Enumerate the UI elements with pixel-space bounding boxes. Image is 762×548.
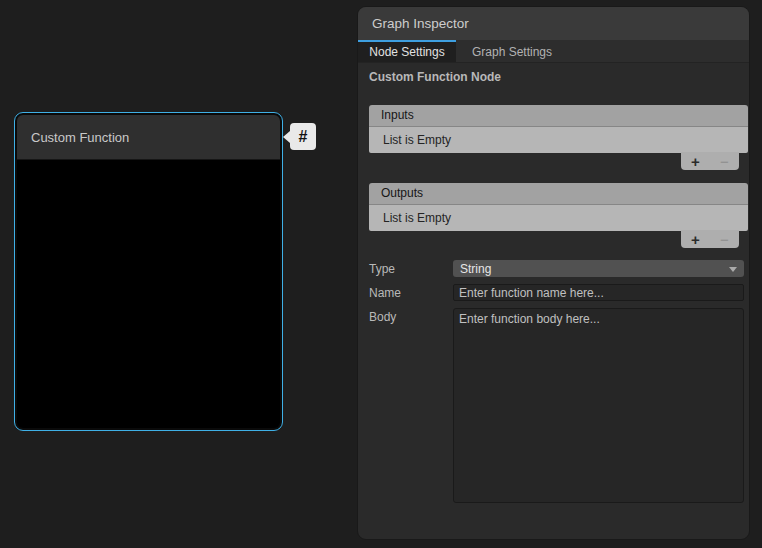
chevron-down-icon: [729, 267, 737, 272]
outputs-empty-row: List is Empty: [369, 205, 748, 231]
name-row: Name: [369, 284, 744, 301]
tab-graph-settings[interactable]: Graph Settings: [456, 40, 568, 62]
type-row: Type String: [369, 260, 744, 277]
hash-badge[interactable]: #: [290, 123, 316, 150]
tab-strip: Node Settings Graph Settings: [358, 40, 749, 63]
body-textarea[interactable]: [453, 308, 744, 503]
tab-node-settings-label: Node Settings: [369, 45, 444, 59]
section-heading: Custom Function Node: [369, 70, 501, 84]
node-title-bar[interactable]: Custom Function: [17, 115, 280, 160]
outputs-remove-button[interactable]: −: [716, 232, 733, 247]
tab-node-settings[interactable]: Node Settings: [358, 40, 456, 62]
node-preview-body: [17, 160, 280, 428]
graph-canvas[interactable]: Custom Function # Graph Inspector Node S…: [0, 0, 762, 548]
node-title: Custom Function: [31, 130, 129, 145]
outputs-list-header: Outputs: [369, 183, 748, 205]
body-row: Body: [369, 308, 744, 503]
type-dropdown[interactable]: String: [453, 260, 744, 277]
inputs-empty-row: List is Empty: [369, 127, 748, 153]
tab-graph-settings-label: Graph Settings: [472, 45, 552, 59]
inputs-list: Inputs List is Empty + −: [369, 105, 748, 171]
type-label: Type: [369, 260, 453, 277]
inputs-list-header: Inputs: [369, 105, 748, 127]
outputs-add-button[interactable]: +: [687, 232, 704, 247]
panel-title: Graph Inspector: [372, 16, 469, 31]
inputs-list-footer: + −: [369, 153, 748, 171]
custom-function-node[interactable]: Custom Function: [14, 112, 283, 431]
inputs-add-button[interactable]: +: [687, 154, 704, 169]
name-label: Name: [369, 284, 453, 301]
inputs-remove-button[interactable]: −: [716, 154, 733, 169]
type-dropdown-value: String: [460, 262, 491, 276]
body-label: Body: [369, 308, 453, 503]
outputs-list-buttons: + −: [681, 230, 739, 248]
panel-header[interactable]: Graph Inspector: [358, 7, 749, 40]
outputs-list: Outputs List is Empty + −: [369, 183, 748, 249]
graph-inspector-panel: Graph Inspector Node Settings Graph Sett…: [357, 6, 750, 540]
outputs-list-footer: + −: [369, 231, 748, 249]
name-input[interactable]: [453, 284, 744, 301]
inputs-list-buttons: + −: [681, 152, 739, 170]
hash-icon: #: [299, 128, 308, 146]
